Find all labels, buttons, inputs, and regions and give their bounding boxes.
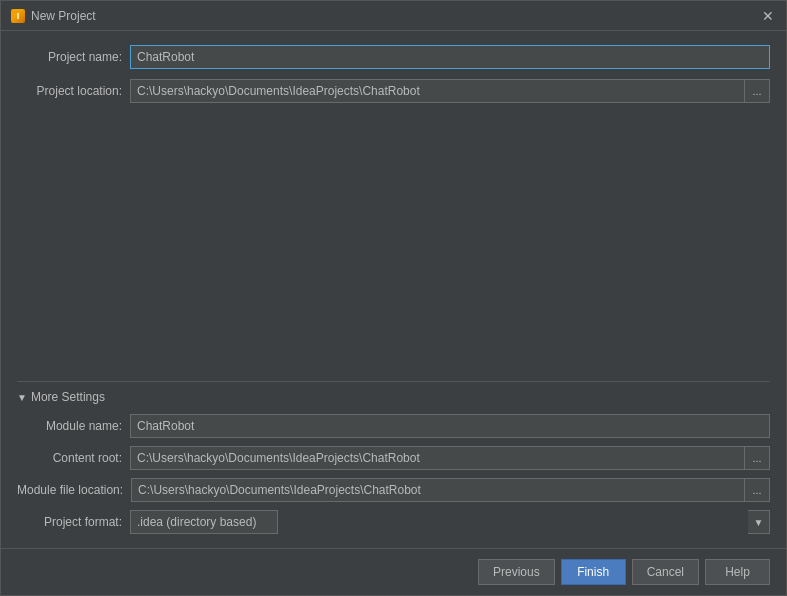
module-name-input[interactable] [130,414,770,438]
project-location-field-group: ... [130,79,770,103]
project-format-row: Project format: .idea (directory based) … [17,510,770,534]
more-settings-rows: Module name: Content root: ... Module fi… [17,414,770,534]
dialog-body: Project name: Project location: ... ▼ Mo… [1,31,786,548]
close-button[interactable]: ✕ [760,8,776,24]
module-file-browse-button[interactable]: ... [744,478,770,502]
project-location-label: Project location: [17,84,122,98]
project-name-row: Project name: [17,45,770,69]
select-arrow-icon: ▼ [748,510,770,534]
project-name-label: Project name: [17,50,122,64]
more-settings-section: ▼ More Settings Module name: Content roo… [17,381,770,534]
module-file-row: Module file location: ... [17,478,770,502]
project-location-browse-button[interactable]: ... [744,79,770,103]
project-name-input[interactable] [130,45,770,69]
dialog-footer: Previous Finish Cancel Help [1,548,786,595]
content-root-label: Content root: [17,451,122,465]
module-file-label: Module file location: [17,483,123,497]
more-settings-label: More Settings [31,390,105,404]
title-bar: I New Project ✕ [1,1,786,31]
more-settings-toggle[interactable]: ▼ More Settings [17,390,770,404]
expand-icon: ▼ [17,392,27,403]
idea-icon: I [11,9,25,23]
new-project-dialog: I New Project ✕ Project name: Project lo… [0,0,787,596]
project-format-select[interactable]: .idea (directory based) [130,510,278,534]
module-file-field-group: ... [131,478,770,502]
dialog-title: New Project [31,9,96,23]
project-format-select-wrapper: .idea (directory based) ▼ [130,510,770,534]
module-name-label: Module name: [17,419,122,433]
help-button[interactable]: Help [705,559,770,585]
content-area [17,113,770,371]
project-location-input[interactable] [130,79,744,103]
content-root-row: Content root: ... [17,446,770,470]
previous-button[interactable]: Previous [478,559,555,585]
cancel-button[interactable]: Cancel [632,559,699,585]
content-root-field-group: ... [130,446,770,470]
module-file-input[interactable] [131,478,744,502]
module-name-row: Module name: [17,414,770,438]
content-root-input[interactable] [130,446,744,470]
title-bar-left: I New Project [11,9,96,23]
finish-button[interactable]: Finish [561,559,626,585]
content-root-browse-button[interactable]: ... [744,446,770,470]
project-location-row: Project location: ... [17,79,770,103]
project-format-label: Project format: [17,515,122,529]
